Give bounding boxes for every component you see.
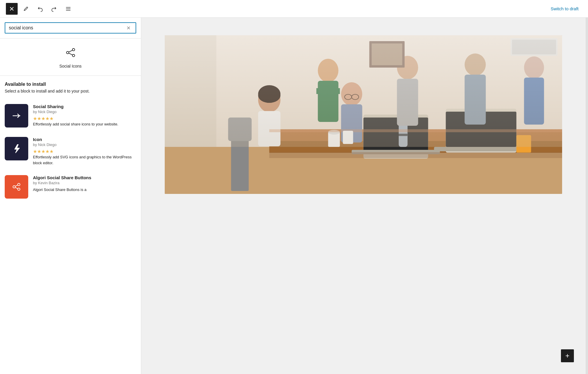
svg-point-6: [13, 186, 15, 188]
menu-button[interactable]: [62, 3, 74, 15]
svg-line-3: [69, 50, 72, 52]
topbar-right: Switch to draft: [547, 4, 582, 14]
icon-plugin-author: by Nick Diego: [33, 142, 136, 147]
close-icon: [9, 6, 14, 11]
plugin-algori[interactable]: Algori Social Share Buttons by Kevin Baz…: [5, 170, 136, 203]
algori-plugin-icon: [5, 175, 28, 199]
svg-line-8: [15, 185, 18, 186]
redo-button[interactable]: [48, 3, 60, 15]
svg-rect-50: [269, 152, 562, 158]
plugin-icon[interactable]: Icon by Nick Diego ★★★★★ Effortlessly ad…: [5, 132, 136, 170]
edit-icon: [23, 6, 29, 11]
social-icons-block-result[interactable]: Social Icons: [0, 38, 141, 76]
svg-point-0: [72, 48, 75, 51]
social-icons-label: Social Icons: [59, 64, 81, 68]
icon-plugin-icon: [5, 137, 28, 160]
algori-plugin-desc: Algori Social Share Buttons is a: [33, 187, 136, 193]
svg-point-1: [66, 51, 69, 54]
svg-line-4: [69, 53, 72, 55]
menu-icon: [65, 6, 71, 12]
available-section: Available to install Select a block to i…: [0, 76, 141, 203]
post-image: [165, 35, 562, 194]
social-sharing-icon: [5, 104, 28, 128]
topbar: Switch to draft: [0, 0, 588, 18]
search-clear-button[interactable]: [125, 26, 132, 30]
social-icons-icon: [65, 47, 76, 60]
social-sharing-name: Social Sharing: [33, 104, 136, 109]
social-sharing-info: Social Sharing by Nick Diego ★★★★★ Effor…: [33, 104, 136, 127]
switch-to-draft-button[interactable]: Switch to draft: [547, 4, 582, 14]
sidebar: Social Icons Available to install Select…: [0, 18, 141, 374]
close-button[interactable]: [6, 3, 18, 15]
search-container: [0, 18, 141, 38]
main-layout: Social Icons Available to install Select…: [0, 18, 588, 374]
clear-icon: [126, 26, 131, 30]
search-box: [5, 22, 136, 33]
available-title: Available to install: [5, 82, 136, 87]
svg-point-5: [18, 183, 20, 186]
undo-icon: [37, 6, 43, 12]
svg-rect-54: [165, 35, 562, 147]
icon-plugin-name: Icon: [33, 137, 136, 142]
svg-point-2: [72, 54, 75, 57]
algori-plugin-info: Algori Social Share Buttons by Kevin Baz…: [33, 175, 136, 193]
svg-line-9: [15, 187, 18, 189]
svg-point-7: [18, 188, 20, 190]
icon-plugin-desc: Effortlessly add SVG icons and graphics …: [33, 154, 136, 166]
social-sharing-desc: Effortlessly add social share icons to y…: [33, 121, 136, 127]
social-sharing-stars: ★★★★★: [33, 116, 136, 121]
topbar-left: [6, 3, 74, 15]
edit-button[interactable]: [20, 3, 32, 15]
social-sharing-author: by Nick Diego: [33, 110, 136, 114]
svg-rect-20: [434, 147, 528, 151]
undo-button[interactable]: [34, 3, 46, 15]
plugin-social-sharing[interactable]: Social Sharing by Nick Diego ★★★★★ Effor…: [5, 99, 136, 132]
icon-plugin-info: Icon by Nick Diego ★★★★★ Effortlessly ad…: [33, 137, 136, 166]
available-desc: Select a block to install and add it to …: [5, 89, 136, 93]
redo-icon: [51, 6, 57, 12]
content-area: +: [141, 18, 586, 374]
algori-plugin-author: by Kevin Bazira: [33, 181, 136, 185]
right-scrollbar[interactable]: [586, 18, 588, 374]
icon-plugin-stars: ★★★★★: [33, 149, 136, 154]
algori-plugin-name: Algori Social Share Buttons: [33, 175, 136, 180]
search-input[interactable]: [9, 25, 125, 31]
add-block-button[interactable]: +: [561, 349, 574, 362]
